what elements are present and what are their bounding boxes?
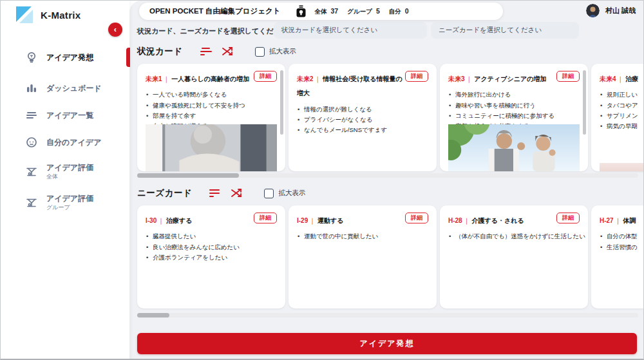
count-group: グループ 5 [347, 7, 380, 16]
card-bullet-list: （体が不自由でも）迷惑をかけずに生活したい [448, 231, 580, 242]
card-vertical-scrollbar[interactable] [583, 70, 586, 135]
situation-row-scrollbar[interactable] [137, 173, 638, 178]
needs-card-h28[interactable]: H-28｜介護する・される 詳細 （体が不自由でも）迷惑をかけずに生活したい [440, 205, 588, 308]
situation-card-select[interactable]: 状況カードを選択してください [274, 22, 427, 39]
situation-card-row: 未来1｜一人暮らしの高齢者の増加 詳細 一人でいる時間が多くなる健康や孤独死に対… [137, 64, 643, 171]
card-header: 未来4｜治療 詳細 [600, 71, 644, 85]
app-logo[interactable]: K-Matrix [15, 5, 80, 24]
needs-card-row: I-30｜治療する 詳細 臓器提供したい良い治療法をみんなに広めたい介護ボランテ… [137, 205, 643, 308]
app-window: K-Matrix アイデア発想 ダッシュボード [0, 0, 644, 360]
count-total: 全体 37 [315, 7, 339, 16]
situation-section-title: 状況カード [137, 46, 183, 57]
user-name: 村山 誠哉 [605, 6, 636, 15]
card-bullet-list: 臓器提供したい良い治療法をみんなに広めたい介護ボランティアをしたい [146, 231, 277, 262]
card-header: I-30｜治療する 詳細 [146, 213, 277, 227]
needs-section-title: ニーズカード [137, 187, 192, 199]
situation-card-mirai4[interactable]: 未来4｜治療 詳細 規則正しいタバコやアサプリメン病気の早期 [591, 64, 644, 171]
card-photo-active-seniors [448, 124, 580, 171]
shuffle-icon[interactable] [231, 188, 243, 198]
needs-row-scrollbar[interactable] [137, 313, 638, 317]
lightbulb-icon [25, 51, 38, 64]
scale-icon [25, 196, 38, 209]
app-title: K-Matrix [41, 10, 80, 21]
card-vertical-scrollbar[interactable] [280, 70, 283, 135]
situation-card-mirai3[interactable]: 未来3｜アクティブシニアの増加 詳細 海外旅行に出かける趣味や習い事を積極的に行… [440, 64, 588, 171]
active-indicator [126, 48, 130, 67]
card-bullet-list: 自分の体型生活習慣の [600, 231, 644, 252]
situation-section-header: 状況カード 拡大表示 [137, 46, 296, 57]
expand-checkbox[interactable] [264, 189, 274, 198]
sidebar-item-idea-list[interactable]: アイデア一覧 [1, 104, 129, 127]
chevron-left-icon: ‹ [114, 25, 117, 33]
needs-card-i30[interactable]: I-30｜治療する 詳細 臓器提供したい良い治療法をみんなに広めたい介護ボランテ… [137, 205, 285, 308]
detail-button[interactable]: 詳細 [405, 213, 428, 223]
shuffle-icon[interactable] [222, 46, 234, 57]
card-bullet-list: 情報の選択が難しくなるプライバシーがなくなるなんでもメール/SNSですます [297, 104, 428, 135]
sidebar-item-label: アイデア評価グループ [46, 194, 93, 211]
idea-generation-button[interactable]: アイデア発想 [137, 333, 637, 354]
card-photo [600, 163, 644, 171]
situation-card-mirai1[interactable]: 未来1｜一人暮らしの高齢者の増加 詳細 一人でいる時間が多くなる健康や孤独死に対… [137, 64, 285, 171]
selection-instruction: 状況カード、ニーズカードを選択してください [137, 26, 288, 36]
needs-card-select[interactable]: ニーズカードを選択してください [431, 22, 579, 39]
project-header-pill: OPEN POCKET 自由編集プロジェクト 全体 37 グループ 5 自分 0 [139, 3, 503, 20]
detail-button[interactable]: 詳細 [405, 71, 428, 82]
sidebar-item-label: 自分のアイデア [46, 138, 101, 147]
card-header: H-27｜体調 詳細 [600, 213, 644, 227]
scale-icon [25, 166, 38, 178]
sidebar-item-my-ideas[interactable]: 自分のアイデア [1, 131, 129, 154]
scrollbar-thumb[interactable] [137, 313, 169, 317]
sidebar: K-Matrix アイデア発想 ダッシュボード [1, 1, 129, 360]
detail-button[interactable]: 詳細 [254, 213, 277, 223]
detail-button[interactable]: 詳細 [254, 71, 277, 82]
face-icon [25, 136, 38, 149]
sort-icon[interactable] [209, 188, 222, 198]
needs-card-h27[interactable]: H-27｜体調 詳細 自分の体型生活習慣の [591, 205, 644, 308]
card-header: 未来1｜一人暮らしの高齢者の増加 詳細 [146, 71, 277, 85]
sidebar-item-label: アイデア一覧 [46, 111, 93, 120]
expand-view-toggle[interactable]: 拡大表示 [255, 47, 296, 57]
project-title: OPEN POCKET 自由編集プロジェクト [149, 6, 281, 16]
sidebar-item-idea-eval-group[interactable]: アイデア評価グループ [1, 190, 129, 216]
detail-button[interactable]: 詳細 [556, 71, 580, 82]
sidebar-item-idea-generation[interactable]: アイデア発想 [1, 46, 129, 69]
detail-button[interactable]: 詳細 [556, 213, 580, 223]
card-bullet-list: 規則正しいタバコやアサプリメン病気の早期 [600, 90, 644, 131]
needs-section-header: ニーズカード 拡大表示 [137, 187, 305, 199]
user-menu[interactable]: 村山 誠哉 [586, 4, 636, 17]
card-header: I-29｜運動する 詳細 [297, 213, 428, 227]
bar-chart-icon [25, 82, 38, 95]
needs-card-i29[interactable]: I-29｜運動する 詳細 運動で世の中に貢献したい [289, 205, 437, 308]
sidebar-item-idea-eval-all[interactable]: アイデア評価全体 [1, 159, 129, 185]
card-header: 未来2｜情報社会/受け取る情報量の増大 詳細 [297, 71, 428, 100]
sidebar-item-label: ダッシュボード [46, 84, 102, 93]
card-photo-elderly-alone [146, 124, 277, 171]
sidebar-item-label: アイデア発想 [46, 53, 93, 62]
card-header: 未来3｜アクティブシニアの増加 詳細 [448, 71, 580, 85]
scrollbar-thumb[interactable] [137, 173, 239, 178]
sort-icon[interactable] [200, 46, 213, 57]
user-avatar [586, 4, 600, 17]
count-mine: 自分 0 [389, 7, 409, 16]
expand-view-toggle[interactable]: 拡大表示 [264, 189, 305, 198]
k-matrix-logo-icon [15, 5, 34, 24]
card-header: H-28｜介護する・される 詳細 [448, 213, 580, 227]
sidebar-item-label: アイデア評価全体 [46, 163, 93, 180]
situation-card-mirai2[interactable]: 未来2｜情報社会/受け取る情報量の増大 詳細 情報の選択が難しくなるプライバシー… [289, 64, 437, 171]
idea-count-icon [296, 5, 306, 17]
expand-checkbox[interactable] [255, 47, 265, 57]
collapse-sidebar-button[interactable]: ‹ [108, 23, 122, 37]
card-bullet-list: 運動で世の中に貢献したい [297, 231, 428, 242]
sidebar-item-dashboard[interactable]: ダッシュボード [1, 77, 129, 100]
list-icon [25, 109, 38, 122]
